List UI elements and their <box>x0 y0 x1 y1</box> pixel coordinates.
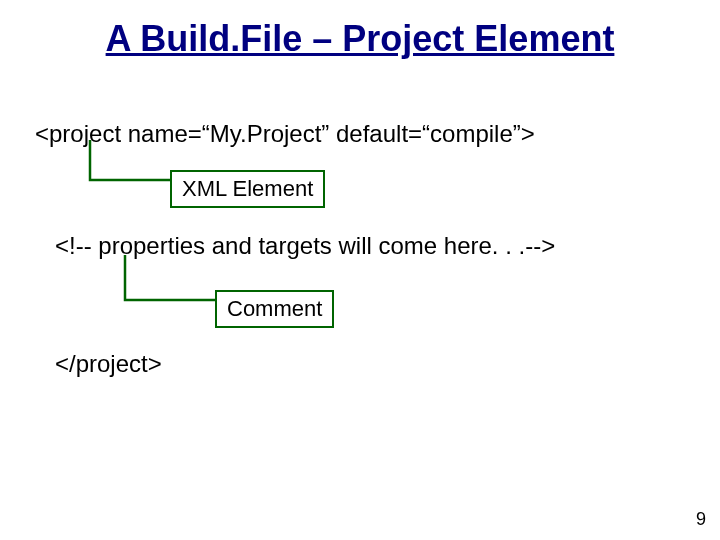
label-xml-element: XML Element <box>170 170 325 208</box>
code-project-close: </project> <box>55 350 162 378</box>
connector-xml <box>80 140 180 200</box>
connector-comment <box>115 255 225 315</box>
label-comment: Comment <box>215 290 334 328</box>
page-number: 9 <box>696 509 706 530</box>
slide-title: A Build.File – Project Element <box>0 18 720 60</box>
code-project-open: <project name=“My.Project” default=“comp… <box>35 120 535 148</box>
code-comment: <!-- properties and targets will come he… <box>55 232 555 260</box>
